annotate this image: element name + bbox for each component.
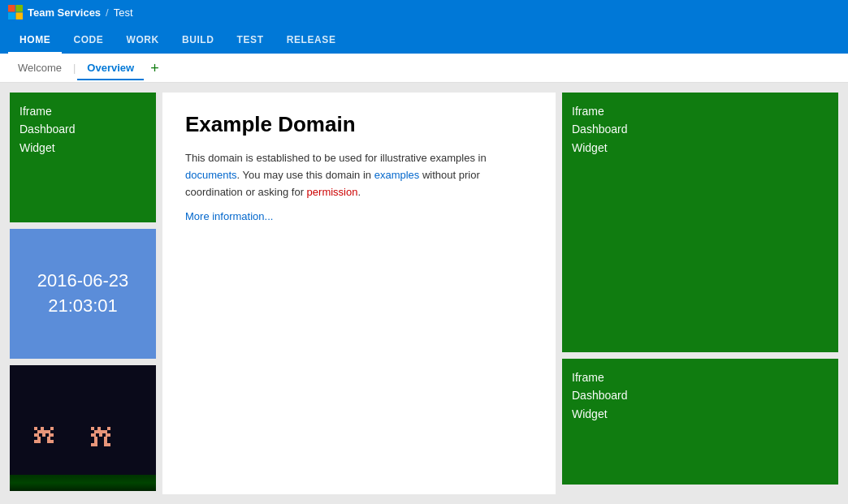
content-body: This domain is established to be used fo…	[185, 150, 533, 200]
svg-rect-7	[37, 437, 41, 440]
widget-game	[10, 365, 156, 491]
svg-rect-21	[104, 440, 107, 443]
widget-iframe-1-line3: Widget	[19, 141, 55, 154]
svg-rect-23	[104, 443, 110, 446]
tab-welcome[interactable]: Welcome	[8, 55, 71, 80]
tab-add-button[interactable]: +	[144, 58, 166, 79]
content-more-link[interactable]: More information...	[185, 210, 533, 222]
project-name: Test	[114, 6, 133, 19]
widget-iframe-2: Iframe Dashboard Widget	[562, 93, 838, 352]
widget-iframe-3-line1: Iframe	[572, 371, 604, 384]
tabbar: Welcome | Overview +	[0, 54, 848, 83]
nav-release[interactable]: RELEASE	[275, 28, 348, 54]
svg-rect-12	[45, 433, 49, 437]
left-column: Iframe Dashboard Widget 2016-06-23 21:03…	[10, 93, 156, 494]
topbar: Team Services / Test	[0, 0, 848, 24]
svg-rect-15	[97, 427, 101, 430]
svg-rect-8	[47, 437, 50, 440]
widget-iframe-content: Example Domain This domain is establishe…	[162, 93, 556, 494]
nav-home[interactable]: HOME	[8, 28, 62, 54]
svg-rect-25	[102, 433, 106, 437]
center-column: Example Domain This domain is establishe…	[162, 93, 556, 494]
topbar-separator: /	[106, 6, 109, 19]
nav-test[interactable]: TEST	[226, 28, 275, 54]
svg-rect-26	[91, 427, 94, 430]
svg-rect-16	[94, 430, 107, 433]
svg-rect-0	[8, 5, 15, 12]
svg-rect-5	[37, 430, 50, 433]
content-title: Example Domain	[185, 112, 533, 137]
nav-build[interactable]: BUILD	[171, 28, 226, 54]
nav-work[interactable]: WORK	[115, 28, 170, 54]
svg-rect-14	[50, 427, 54, 430]
tab-separator: |	[73, 62, 76, 74]
widget-iframe-1-line1: Iframe	[19, 105, 52, 118]
svg-rect-4	[41, 427, 44, 430]
clock-time: 21:03:01	[48, 294, 118, 319]
nav-code[interactable]: CODE	[62, 28, 115, 54]
svg-rect-13	[34, 427, 37, 430]
svg-rect-19	[104, 437, 107, 440]
widget-iframe-3-line2: Dashboard	[572, 389, 628, 402]
svg-rect-6	[34, 433, 54, 437]
dashboard: Iframe Dashboard Widget 2016-06-23 21:03…	[0, 83, 848, 504]
ms-logo	[8, 5, 23, 19]
widget-iframe-2-line2: Dashboard	[572, 123, 628, 136]
clock-date: 2016-06-23	[37, 269, 129, 294]
svg-rect-22	[91, 443, 97, 446]
content-body-text: This domain is established to be used fo…	[185, 152, 487, 198]
svg-rect-27	[107, 427, 110, 430]
widget-iframe-1-line2: Dashboard	[19, 123, 76, 136]
widget-clock: 2016-06-23 21:03:01	[10, 229, 156, 359]
widget-iframe-3: Iframe Dashboard Widget	[562, 359, 838, 485]
right-column: Iframe Dashboard Widget Iframe Dashboard…	[562, 93, 838, 494]
svg-rect-24	[96, 433, 99, 437]
svg-rect-1	[15, 5, 23, 12]
widget-iframe-2-line3: Widget	[572, 141, 608, 154]
game-ground	[10, 475, 156, 491]
svg-rect-10	[47, 440, 54, 443]
svg-rect-11	[39, 433, 42, 437]
widget-iframe-3-line3: Widget	[572, 407, 608, 420]
svg-rect-18	[94, 437, 97, 440]
space-invaders-graphic	[26, 423, 140, 472]
svg-rect-2	[8, 12, 15, 19]
svg-rect-17	[91, 433, 110, 437]
tab-overview[interactable]: Overview	[77, 55, 144, 80]
widget-iframe-1: Iframe Dashboard Widget	[10, 93, 156, 222]
svg-rect-9	[34, 440, 41, 443]
svg-rect-3	[15, 12, 23, 19]
svg-rect-20	[94, 440, 97, 443]
app-title: Team Services	[28, 6, 101, 19]
widget-iframe-2-line1: Iframe	[572, 105, 604, 118]
navbar: HOME CODE WORK BUILD TEST RELEASE	[0, 24, 848, 54]
